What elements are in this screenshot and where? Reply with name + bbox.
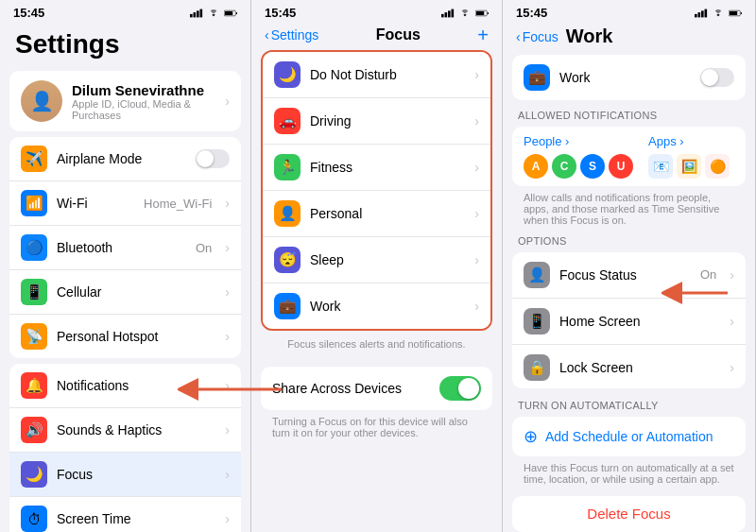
lock-screen-chevron: › — [730, 360, 734, 375]
share-toggle[interactable] — [439, 376, 481, 401]
settings-title: Settings — [15, 29, 119, 59]
focus-panel: 15:45 ‹ Settings Focus + 🌙 Do Not Distur… — [251, 0, 503, 532]
svg-rect-12 — [476, 11, 484, 15]
focus-back-button[interactable]: ‹ Settings — [265, 27, 318, 43]
focus-fitness-item[interactable]: 🏃 Fitness › — [263, 145, 490, 191]
sounds-icon: 🔊 — [21, 417, 47, 443]
focus-status-value: On — [700, 267, 716, 282]
personal-label: Personal — [310, 206, 465, 221]
wifi-item[interactable]: 📶 Wi-Fi Home_Wi-Fi › — [9, 181, 241, 226]
driving-label: Driving — [310, 113, 465, 129]
airplane-toggle[interactable] — [196, 149, 230, 168]
svg-rect-3 — [200, 9, 203, 17]
dnd-icon: 🌙 — [274, 61, 301, 88]
settings-group-system: 🔔 Notifications › 🔊 Sounds & Haptics › 🌙… — [9, 364, 241, 532]
screentime-icon: ⏱ — [21, 506, 47, 532]
people-col-title[interactable]: People › — [524, 134, 633, 148]
focus-icon: 🌙 — [21, 461, 47, 488]
add-automation-item[interactable]: ⊕ Add Schedule or Automation — [512, 417, 746, 456]
focus-status-icon: 👤 — [524, 262, 550, 288]
people-label: People › — [524, 134, 569, 148]
svg-rect-8 — [445, 12, 448, 17]
focus-item[interactable]: 🌙 Focus › — [9, 453, 241, 497]
focus-nav-bar: ‹ Settings Focus + — [251, 22, 502, 50]
home-screen-chevron: › — [730, 314, 734, 329]
add-icon: ⊕ — [524, 426, 538, 447]
sleep-label: Sleep — [310, 252, 465, 267]
screentime-item[interactable]: ⏱ Screen Time › — [9, 497, 241, 532]
cellular-label: Cellular — [57, 284, 215, 300]
work-page-title: Work — [566, 26, 613, 47]
profile-sub: Apple ID, iCloud, Media & Purchases — [72, 98, 215, 121]
svg-rect-2 — [197, 10, 199, 17]
work-focus-toggle[interactable] — [700, 68, 734, 87]
svg-rect-9 — [448, 10, 451, 17]
focus-back-label: Settings — [271, 27, 319, 43]
fitness-icon: 🏃 — [274, 154, 301, 180]
cellular-icon: 📱 — [21, 279, 47, 305]
focus-list-container: 🌙 Do Not Disturb › 🚗 Driving › 🏃 Fitness… — [261, 50, 492, 357]
wifi-icon — [207, 9, 220, 18]
work-back-button[interactable]: ‹ Focus — [516, 29, 558, 44]
wifi-icon-2 — [458, 9, 472, 18]
focus-work-item[interactable]: 💼 Work › — [263, 283, 490, 329]
sounds-chevron: › — [225, 422, 230, 438]
apps-col: Apps › 📧 🖼️ 🟠 — [648, 134, 734, 179]
focus-status-item[interactable]: 👤 Focus Status On › — [512, 252, 746, 299]
svg-rect-1 — [194, 12, 197, 17]
time-3: 15:45 — [516, 6, 547, 20]
cellular-item[interactable]: 📱 Cellular › — [9, 270, 241, 315]
delete-focus-button[interactable]: Delete Focus — [512, 496, 746, 532]
apps-label: Apps › — [648, 134, 684, 148]
svg-rect-10 — [452, 9, 455, 17]
airplane-mode-item[interactable]: ✈️ Airplane Mode — [9, 137, 241, 181]
lock-screen-label: Lock Screen — [559, 360, 720, 375]
sounds-item[interactable]: 🔊 Sounds & Haptics › — [9, 408, 241, 453]
settings-list: ✈️ Airplane Mode 📶 Wi-Fi Home_Wi-Fi › 🔵 … — [0, 137, 250, 532]
svg-rect-16 — [701, 10, 704, 17]
notifications-chevron: › — [225, 378, 230, 393]
focus-personal-item[interactable]: 👤 Personal › — [263, 191, 490, 237]
wifi-label: Wi-Fi — [57, 196, 134, 211]
profile-row[interactable]: 👤 Dilum Senevirathne Apple ID, iCloud, M… — [9, 71, 241, 131]
notif-row: People › A C S U Apps › 📧 🖼️ 🟠 — [512, 127, 746, 186]
people-col: People › A C S U — [524, 134, 633, 179]
bluetooth-icon: 🔵 — [21, 234, 47, 261]
work-label: Work — [310, 299, 465, 314]
app-icon-photos: 🖼️ — [677, 154, 701, 179]
apps-col-title[interactable]: Apps › — [648, 134, 734, 148]
profile-info: Dilum Senevirathne Apple ID, iCloud, Med… — [72, 82, 215, 121]
home-screen-item[interactable]: 📱 Home Screen › — [512, 299, 746, 345]
bluetooth-item[interactable]: 🔵 Bluetooth On › — [9, 226, 241, 270]
focus-driving-item[interactable]: 🚗 Driving › — [263, 98, 490, 145]
sounds-label: Sounds & Haptics — [57, 422, 215, 438]
avatar-s: S — [580, 154, 605, 179]
options-list: 👤 Focus Status On › 📱 Home Screen › 🔒 Lo… — [512, 252, 746, 389]
hotspot-chevron: › — [225, 329, 230, 344]
bluetooth-label: Bluetooth — [57, 240, 186, 255]
focus-status-label: Focus Status — [559, 267, 691, 283]
auto-section-title: TURN ON AUTOMATICALLY — [503, 390, 755, 415]
personal-chevron: › — [474, 206, 479, 221]
status-bar-3: 15:45 — [503, 0, 755, 22]
hotspot-item[interactable]: 📡 Personal Hotspot › — [9, 315, 241, 358]
signal-icon-2 — [441, 9, 455, 18]
focus-add-button[interactable]: + — [477, 26, 489, 44]
avatar-face: 👤 — [21, 80, 62, 122]
work-focus-toggle-item: 💼 Work — [512, 55, 746, 100]
lock-screen-item[interactable]: 🔒 Lock Screen › — [512, 345, 746, 389]
share-desc: Turning a Focus on for this device will … — [261, 410, 492, 438]
app-icon-other: 🟠 — [705, 154, 730, 179]
profile-name: Dilum Senevirathne — [72, 82, 215, 98]
airplane-icon: ✈️ — [21, 146, 47, 172]
focus-sleep-item[interactable]: 😴 Sleep › — [263, 237, 490, 283]
wifi-icon-3 — [712, 9, 725, 18]
notifications-label: Notifications — [57, 378, 215, 393]
focus-dnd-item[interactable]: 🌙 Do Not Disturb › — [263, 52, 490, 98]
svg-rect-13 — [488, 11, 489, 13]
delete-label: Delete Focus — [587, 506, 670, 522]
work-toggle-row: 💼 Work — [512, 55, 746, 100]
signal-icon — [190, 9, 203, 18]
driving-chevron: › — [474, 113, 479, 129]
notifications-item[interactable]: 🔔 Notifications › — [9, 364, 241, 408]
